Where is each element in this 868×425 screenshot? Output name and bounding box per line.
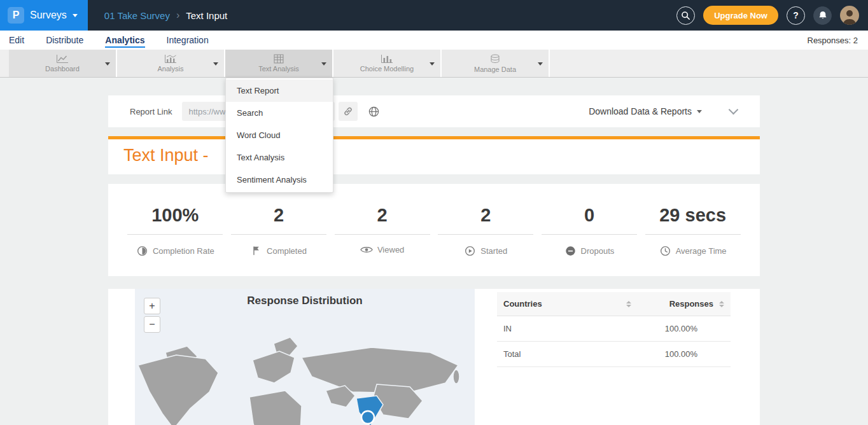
analytics-toolbar: Dashboard Analysis Text Analysis Choice … <box>0 50 868 78</box>
text-analysis-menu: Text Report Search Word Cloud Text Analy… <box>225 78 333 193</box>
nav-item-analytics[interactable]: Analytics <box>105 32 144 48</box>
countries-table: Countries Responses IN 100.00% Total 100… <box>497 292 731 367</box>
stat-label: Completed <box>267 246 307 256</box>
search-button[interactable] <box>676 6 695 25</box>
topbar-actions: Upgrade Now ? <box>676 6 868 25</box>
toolbar-tab-label: Manage Data <box>474 66 516 73</box>
toolbar-tab-dashboard[interactable]: Dashboard <box>9 50 117 77</box>
zoom-in-button[interactable]: + <box>144 298 160 314</box>
divider <box>127 234 223 235</box>
toolbar-tab-label: Choice Modelling <box>360 65 414 73</box>
nav-item-edit[interactable]: Edit <box>9 32 24 48</box>
table-icon <box>274 54 284 64</box>
toolbar-tab-choice-modelling[interactable]: Choice Modelling <box>333 50 442 77</box>
stat-completion-rate: 100% Completion Rate <box>127 206 223 257</box>
stat-started: 2 Started <box>438 206 533 257</box>
chevron-down-icon <box>213 62 218 66</box>
response-map-panel: Response Distribution + − <box>135 289 475 425</box>
user-photo-icon <box>840 6 859 25</box>
help-button[interactable]: ? <box>787 6 805 25</box>
sort-icon <box>626 301 631 307</box>
stat-value: 2 <box>231 206 326 225</box>
header-responses[interactable]: Responses <box>641 299 724 309</box>
divider <box>438 234 533 235</box>
responses-cell: 100.00% <box>641 349 724 359</box>
public-report-button[interactable] <box>368 106 380 118</box>
header-label: Responses <box>669 299 713 309</box>
chevron-down-icon <box>321 62 326 66</box>
question-title-card: Text Input - <box>108 136 760 174</box>
clock-icon <box>659 245 671 257</box>
chevron-down-icon <box>73 14 78 17</box>
stat-value: 2 <box>438 206 533 225</box>
summary-stats-card: 100% Completion Rate 2 Completed 2 <box>108 184 760 276</box>
breadcrumb: 01 Take Survey › Text Input <box>104 10 228 21</box>
copy-link-button[interactable] <box>339 102 358 121</box>
download-label: Download Data & Reports <box>589 106 692 116</box>
chevron-down-icon <box>105 62 110 66</box>
database-icon <box>490 54 500 64</box>
help-icon: ? <box>793 10 799 20</box>
sort-icon <box>719 301 724 307</box>
line-chart-icon <box>56 54 69 64</box>
report-link-label: Report Link <box>130 107 172 116</box>
map-cluster-marker <box>361 411 374 424</box>
toolbar-tab-label: Text Analysis <box>258 65 299 73</box>
world-map[interactable] <box>135 289 475 425</box>
report-page: Report Link Download Data & Reports Text… <box>0 78 868 425</box>
menu-item-text-analysis[interactable]: Text Analysis <box>226 146 333 169</box>
divider <box>335 234 430 235</box>
completion-gauge-icon <box>136 245 148 257</box>
responses-cell: 100.00% <box>641 324 724 333</box>
minus-circle-icon <box>564 245 577 257</box>
chevron-down-icon <box>430 62 435 66</box>
menu-item-search[interactable]: Search <box>226 102 333 124</box>
breadcrumb-separator: › <box>176 10 179 21</box>
map-title: Response Distribution <box>135 295 475 307</box>
toolbar-tab-manage-data[interactable]: Manage Data <box>442 50 550 77</box>
product-switcher[interactable]: P Surveys <box>0 0 88 31</box>
questionpro-logo-icon: P <box>8 7 24 24</box>
collapse-panel-chevron-icon[interactable] <box>729 105 739 115</box>
chevron-down-icon <box>697 110 702 113</box>
report-link-bar: Report Link Download Data & Reports <box>108 95 760 127</box>
menu-item-text-report[interactable]: Text Report <box>226 80 333 102</box>
menu-item-word-cloud[interactable]: Word Cloud <box>226 124 333 146</box>
stat-value: 29 secs <box>645 206 741 225</box>
avatar[interactable] <box>840 6 859 25</box>
stat-average-time: 29 secs Average Time <box>645 206 741 257</box>
chevron-down-icon <box>538 62 543 66</box>
bar-line-chart-icon <box>164 54 177 64</box>
zoom-out-button[interactable]: − <box>144 316 160 333</box>
flag-icon <box>251 245 262 256</box>
stat-value: 0 <box>542 206 637 225</box>
stat-dropouts: 0 Dropouts <box>542 206 637 257</box>
download-data-reports-dropdown[interactable]: Download Data & Reports <box>589 106 702 116</box>
header-countries[interactable]: Countries <box>503 299 641 309</box>
response-distribution-card: Response Distribution + − <box>108 289 760 425</box>
country-shape <box>253 351 295 383</box>
toolbar-tab-text-analysis[interactable]: Text Analysis <box>225 50 333 77</box>
toolbar-tab-analysis[interactable]: Analysis <box>117 50 225 77</box>
logo-letter: P <box>13 10 20 21</box>
country-shape <box>138 355 218 425</box>
upgrade-button[interactable]: Upgrade Now <box>703 6 778 25</box>
toolbar-tab-label: Analysis <box>158 65 184 73</box>
app-window: P Surveys 01 Take Survey › Text Input Up… <box>0 0 868 425</box>
breadcrumb-survey-name[interactable]: 01 Take Survey <box>104 10 170 21</box>
stat-label: Viewed <box>377 245 404 254</box>
toolbar-tab-label: Dashboard <box>45 65 80 73</box>
divider <box>231 234 326 235</box>
bell-icon <box>817 10 829 21</box>
divider <box>542 234 637 235</box>
breadcrumb-current-page: Text Input <box>186 10 227 21</box>
menu-item-sentiment-analysis[interactable]: Sentiment Analysis <box>226 169 333 191</box>
nav-item-distribute[interactable]: Distribute <box>46 32 83 48</box>
table-row: IN 100.00% <box>497 316 731 342</box>
page-title: Text Input - <box>123 146 745 165</box>
survey-nav: Edit Distribute Analytics Integration Re… <box>0 31 868 50</box>
nav-item-integration[interactable]: Integration <box>167 32 209 48</box>
stat-viewed: 2 Viewed <box>335 206 430 257</box>
link-icon <box>343 106 353 116</box>
notifications-button[interactable] <box>813 6 832 25</box>
